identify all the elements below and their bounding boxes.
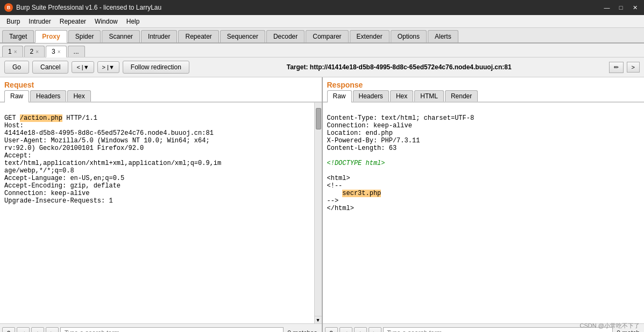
response-search-prev[interactable]: <	[339, 327, 352, 333]
watermark: CSDN @小常吃不下了	[580, 322, 640, 330]
request-scrollbar[interactable]: ▼	[314, 103, 322, 323]
menubar: Burp Intruder Repeater Window Help	[0, 15, 644, 28]
response-tab-headers[interactable]: Headers	[353, 90, 389, 102]
tab-proxy[interactable]: Proxy	[35, 30, 67, 43]
tab-scanner[interactable]: Scanner	[102, 30, 140, 42]
tab-decoder[interactable]: Decoder	[266, 30, 305, 42]
close-button[interactable]: ✕	[630, 3, 640, 12]
go-button[interactable]: Go	[4, 61, 29, 74]
tab-alerts[interactable]: Alerts	[428, 30, 458, 42]
tab-extender[interactable]: Extender	[350, 30, 390, 42]
request-match-count: 0 matches	[285, 329, 319, 333]
title-area: B Burp Suite Professional v1.6 - license…	[4, 3, 602, 12]
menu-window[interactable]: Window	[90, 17, 122, 26]
request-tab-headers[interactable]: Headers	[30, 90, 66, 102]
maximize-button[interactable]: □	[616, 3, 626, 12]
response-secret-file: secr3t.php	[342, 190, 381, 197]
request-search-bar: ? < + > 0 matches	[0, 323, 322, 332]
window-controls: — □ ✕	[602, 3, 640, 12]
subtab-2[interactable]: 2 ×	[24, 46, 45, 57]
tab-repeater[interactable]: Repeater	[178, 30, 218, 42]
follow-redirect-button[interactable]: Follow redirection	[123, 61, 189, 74]
tab-options[interactable]: Options	[391, 30, 427, 42]
menu-burp[interactable]: Burp	[2, 17, 24, 26]
target-url: Target: http://41414e18-d5b8-4995-8d8c-6…	[193, 63, 606, 71]
response-tab-html[interactable]: HTML	[414, 90, 444, 102]
response-search-add[interactable]: +	[354, 327, 367, 333]
menu-repeater[interactable]: Repeater	[55, 17, 90, 26]
response-tab-hex[interactable]: Hex	[390, 90, 413, 102]
content-area: Request Raw Headers Hex GET /action.php …	[0, 77, 644, 332]
request-tab-hex[interactable]: Hex	[67, 90, 90, 102]
close-subtab-3[interactable]: ×	[58, 49, 61, 55]
menu-help[interactable]: Help	[122, 17, 144, 26]
request-title: Request	[0, 77, 322, 90]
request-tabs: Raw Headers Hex	[0, 90, 322, 103]
request-search-add[interactable]: +	[31, 327, 44, 333]
cancel-button[interactable]: Cancel	[32, 61, 68, 74]
tab-intruder[interactable]: Intruder	[141, 30, 177, 42]
request-line-1: GET /action.php HTTP/1.1 Host: 41414e18-…	[4, 114, 221, 205]
tab-spider[interactable]: Spider	[68, 30, 101, 42]
close-subtab-1[interactable]: ×	[14, 49, 17, 55]
subtabs: 1 × 2 × 3 × ...	[0, 44, 644, 57]
request-content[interactable]: GET /action.php HTTP/1.1 Host: 41414e18-…	[0, 103, 314, 323]
edit-target-button[interactable]: ✏	[609, 62, 624, 73]
response-title: Response	[323, 77, 645, 90]
response-content[interactable]: Content-Type: text/html; charset=UTF-8 C…	[323, 103, 645, 323]
request-search-question[interactable]: ?	[2, 327, 15, 333]
titlebar: B Burp Suite Professional v1.6 - license…	[0, 0, 644, 15]
back-label: < |▼	[76, 64, 89, 70]
response-tabs: Raw Headers Hex HTML Render	[323, 90, 645, 103]
close-subtab-2[interactable]: ×	[36, 49, 39, 55]
response-search-question[interactable]: ?	[325, 327, 338, 333]
response-tab-raw[interactable]: Raw	[327, 90, 352, 103]
response-search-input[interactable]	[383, 327, 613, 333]
back-button[interactable]: < |▼	[72, 61, 94, 73]
subtab-1[interactable]: 1 ×	[2, 46, 23, 57]
subtab-more[interactable]: ...	[68, 46, 85, 57]
response-content-area: Content-Type: text/html; charset=UTF-8 C…	[323, 103, 645, 323]
forward-label: > |▼	[102, 64, 115, 70]
menu-intruder[interactable]: Intruder	[24, 17, 55, 26]
request-scroll-thumb[interactable]	[316, 108, 321, 129]
main-tabs: Target Proxy Spider Scanner Intruder Rep…	[0, 28, 644, 44]
app-title: Burp Suite Professional v1.6 - licensed …	[16, 4, 161, 11]
response-search-next[interactable]: >	[369, 327, 381, 333]
response-tab-render[interactable]: Render	[445, 90, 478, 102]
request-search-next[interactable]: >	[46, 327, 59, 333]
request-action-php: /action.php	[20, 114, 62, 122]
request-search-input[interactable]	[60, 327, 284, 333]
tab-comparer[interactable]: Comparer	[306, 30, 348, 42]
tab-target[interactable]: Target	[2, 30, 34, 42]
scroll-down-arrow[interactable]: ▼	[315, 316, 322, 323]
response-headers: Content-Type: text/html; charset=UTF-8 C…	[327, 114, 475, 152]
forward-button[interactable]: > |▼	[97, 61, 119, 73]
response-html-close: --> </html>	[327, 197, 354, 212]
response-doctype: <!DOCTYPE html>	[327, 160, 385, 167]
request-panel: Request Raw Headers Hex GET /action.php …	[0, 77, 323, 332]
response-panel: Response Raw Headers Hex HTML Render Con…	[323, 77, 645, 332]
request-tab-raw[interactable]: Raw	[4, 90, 29, 103]
tab-sequencer[interactable]: Sequencer	[220, 30, 265, 42]
toolbar: Go Cancel < |▼ > |▼ Follow redirection T…	[0, 57, 644, 77]
request-search-prev[interactable]: <	[17, 327, 30, 333]
app-icon: B	[4, 3, 13, 12]
subtab-3[interactable]: 3 ×	[46, 46, 67, 57]
minimize-button[interactable]: —	[602, 3, 612, 12]
request-content-area: GET /action.php HTTP/1.1 Host: 41414e18-…	[0, 103, 322, 323]
arrow-button[interactable]: >	[627, 62, 640, 73]
